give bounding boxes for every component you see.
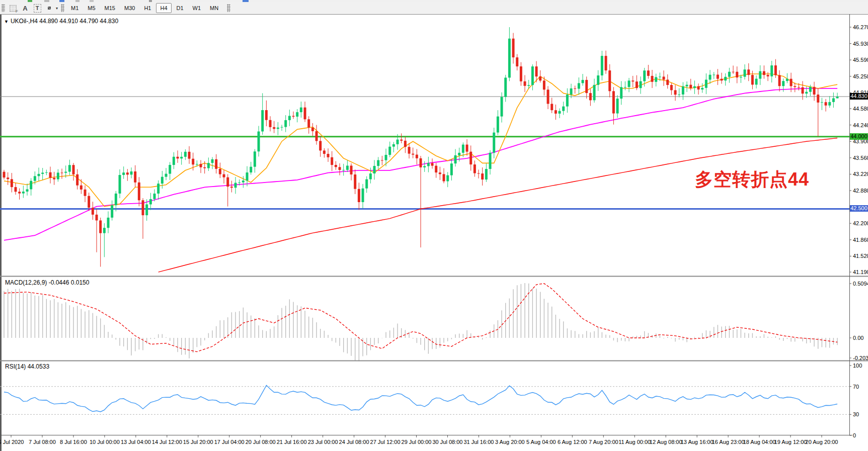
time-axis-label: 20 Jul 08:00 bbox=[246, 439, 276, 445]
time-axis-label: 6 Jul 2020 bbox=[0, 439, 24, 445]
axis-label: 43.560 bbox=[853, 155, 868, 161]
price-axis: 46.27045.93045.59045.25044.91044.58044.2… bbox=[849, 24, 868, 275]
arrows-tool-button[interactable] bbox=[44, 3, 55, 13]
tf-button-w1[interactable]: W1 bbox=[189, 3, 205, 13]
tf-button-m30[interactable]: M30 bbox=[120, 3, 139, 13]
axis-label: 45.590 bbox=[853, 57, 868, 63]
time-axis-label: 23 Jul 00:00 bbox=[308, 439, 338, 445]
axis-label: 70 bbox=[853, 384, 859, 390]
chart-title: ▼UKOil-,H4 44.890 44.910 44.790 44.830 bbox=[4, 18, 118, 25]
axis-label: 100 bbox=[853, 363, 862, 369]
time-axis-label: 11 Aug 00:00 bbox=[618, 439, 651, 445]
axis-label: 42.200 bbox=[853, 220, 868, 226]
current-price-tag: 44.830 bbox=[850, 93, 868, 100]
chart-svg: 46.27045.93045.59045.25044.91044.58044.2… bbox=[0, 14, 868, 451]
axis-label: 0.5094 bbox=[853, 281, 868, 287]
axis-label: 0.00 bbox=[853, 335, 863, 341]
rsi-axis: 10070300 bbox=[849, 363, 862, 438]
tf-button-d1[interactable]: D1 bbox=[173, 3, 188, 13]
time-axis-label: 10 Jul 00:00 bbox=[90, 439, 120, 445]
time-axis-label: 8 Jul 16:00 bbox=[60, 439, 87, 445]
rsi-line bbox=[4, 385, 837, 412]
axis-label: 42.880 bbox=[853, 188, 868, 194]
axis-label: 30 bbox=[853, 411, 859, 417]
lower-level-tag: 42.500 bbox=[850, 205, 868, 212]
tf-button-mn[interactable]: MN bbox=[206, 3, 222, 13]
axis-label: 43.220 bbox=[853, 171, 868, 177]
symbol-dropdown-triangle[interactable]: ▼ bbox=[4, 19, 9, 24]
support-level-tag: 44.000 bbox=[850, 133, 868, 140]
time-axis-label: 17 Jul 04:00 bbox=[214, 439, 245, 445]
time-axis-label: 5 Aug 04:00 bbox=[526, 439, 556, 445]
time-axis-label: 12 Aug 08:00 bbox=[650, 439, 682, 445]
axis-label: 41.520 bbox=[853, 253, 868, 259]
time-axis-label: 7 Jul 08:00 bbox=[29, 439, 56, 445]
time-axis-label: 29 Jul 00:00 bbox=[402, 439, 432, 445]
text-label-button[interactable]: A bbox=[20, 3, 31, 13]
time-axis-label: 16 Aug 23:00 bbox=[712, 439, 745, 445]
tf-button-m1[interactable]: M1 bbox=[67, 3, 83, 13]
drawing-and-timeframe-toolbar: F A T ▾ M1M5M15M30H1H4D1W1MN bbox=[0, 2, 868, 15]
time-axis-label: 21 Jul 16:00 bbox=[277, 439, 307, 445]
macd-histogram bbox=[4, 283, 837, 361]
time-axis-label: 6 Aug 12:00 bbox=[558, 439, 587, 445]
toolbar-grip[interactable] bbox=[227, 4, 230, 12]
axis-label: 46.270 bbox=[853, 24, 868, 30]
time-axis-label: 13 Jul 04:00 bbox=[121, 439, 151, 445]
mt4-window: F A T ▾ M1M5M15M30H1H4D1W1MN 46.27045.93… bbox=[0, 0, 868, 451]
time-axis-label: 20 Aug 20:00 bbox=[806, 439, 838, 445]
tf-button-h4[interactable]: H4 bbox=[156, 3, 171, 13]
macd-indicator-label: MACD(12,26,9) -0.0446 0.0150 bbox=[5, 279, 89, 286]
time-axis-label: 7 Aug 20:00 bbox=[589, 439, 618, 445]
crosshair-grid-button[interactable]: F bbox=[8, 3, 19, 13]
time-axis-label: 14 Jul 12:00 bbox=[152, 439, 182, 445]
timeframe-button-group: M1M5M15M30H1H4D1W1MN bbox=[66, 3, 223, 13]
macd-axis: 0.50940.00-0.2032 bbox=[849, 281, 868, 361]
axis-label: 41.860 bbox=[853, 237, 868, 243]
axis-label: 41.190 bbox=[853, 269, 868, 275]
axis-label: -0.2032 bbox=[853, 355, 868, 361]
letter-t-boxed-icon: T bbox=[34, 4, 41, 13]
time-axis-label: 15 Jul 20:00 bbox=[183, 439, 213, 445]
axis-label: 45.250 bbox=[853, 73, 868, 79]
time-axis-label: 13 Aug 16:00 bbox=[681, 439, 714, 445]
time-axis-label: 31 Jul 16:00 bbox=[463, 439, 494, 445]
tf-button-m15[interactable]: M15 bbox=[101, 3, 119, 13]
chevron-down-icon[interactable]: ▾ bbox=[56, 6, 58, 11]
axis-label: 0 bbox=[853, 432, 856, 438]
candles bbox=[3, 27, 839, 267]
time-axis-label: 19 Aug 12:00 bbox=[774, 439, 807, 445]
toolbar-grip[interactable] bbox=[61, 4, 64, 12]
ma-red bbox=[159, 138, 837, 273]
text-box-button[interactable]: T bbox=[32, 3, 43, 13]
chart-title-text: UKOil-,H4 44.890 44.910 44.790 44.830 bbox=[11, 18, 118, 25]
time-axis-label: 24 Jul 08:00 bbox=[339, 439, 369, 445]
letter-a-icon: A bbox=[23, 5, 27, 12]
toolbar-grip[interactable] bbox=[2, 4, 5, 12]
axis-label: 44.240 bbox=[853, 122, 868, 128]
grid-icon-letter: F bbox=[16, 9, 18, 14]
tf-button-m5[interactable]: M5 bbox=[84, 3, 99, 13]
annotation-text: 多空转折点44 bbox=[695, 167, 809, 192]
arrows-icon bbox=[46, 5, 53, 12]
time-axis-label: 27 Jul 12:00 bbox=[370, 439, 401, 445]
rsi-indicator-label: RSI(14) 44.0533 bbox=[5, 363, 49, 370]
axis-label: 44.580 bbox=[853, 106, 868, 112]
time-axis-label: 30 Jul 08:00 bbox=[432, 439, 462, 445]
tf-button-h1[interactable]: H1 bbox=[140, 3, 155, 13]
axis-label: 45.930 bbox=[853, 41, 868, 47]
time-axis-label: 18 Aug 04:00 bbox=[743, 439, 776, 445]
time-axis-label: 3 Aug 20:00 bbox=[495, 439, 525, 445]
